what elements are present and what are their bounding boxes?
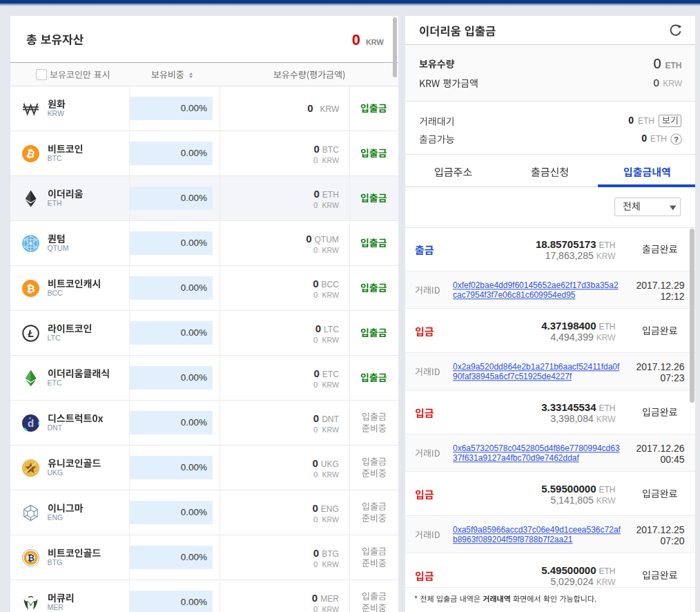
svg-text:?: ? [674, 135, 679, 144]
svg-text:₿: ₿ [26, 283, 35, 294]
svg-text:Ł: Ł [27, 328, 34, 339]
svg-text:₿: ₿ [27, 553, 34, 563]
